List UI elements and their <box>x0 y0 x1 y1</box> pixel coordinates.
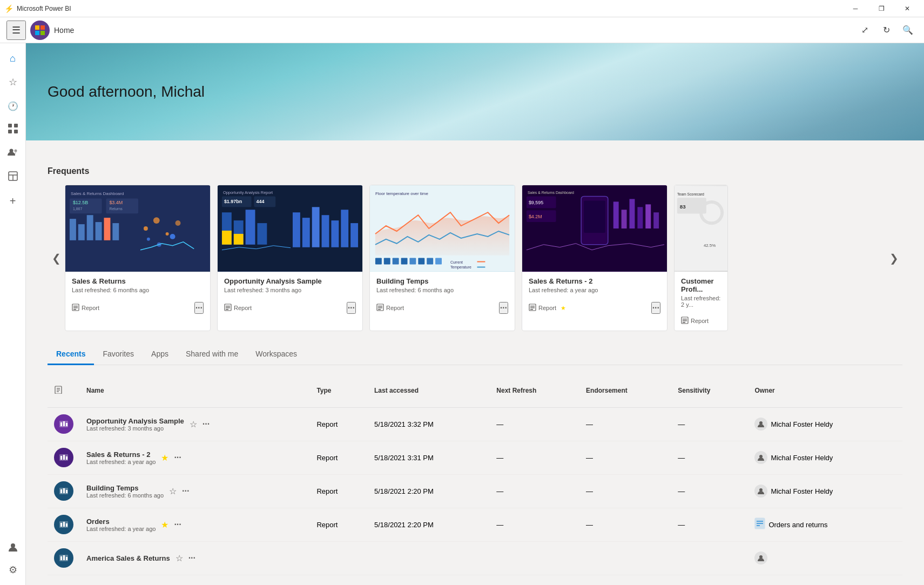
svg-text:Opportunity Analysis Report: Opportunity Analysis Report <box>223 190 273 195</box>
row-4-subtitle: Last refreshed: a year ago <box>86 526 156 532</box>
sidebar-item-workspaces[interactable] <box>2 166 24 188</box>
svg-rect-119 <box>63 455 65 460</box>
sidebar-item-profile[interactable] <box>2 537 24 559</box>
report-card-2[interactable]: Opportunity Analysis Report $1.97bn 444 <box>217 185 363 331</box>
svg-rect-124 <box>63 488 65 493</box>
row-5-name: America Sales & Returns <box>86 554 170 562</box>
sidebar-item-settings[interactable]: ⚙ <box>2 559 24 581</box>
card-1-more-button[interactable]: ··· <box>194 302 204 314</box>
tab-workspaces[interactable]: Workspaces <box>247 344 306 365</box>
col-endorsement: Endorsement <box>579 374 671 407</box>
sidebar-item-recents[interactable]: 🕐 <box>2 95 24 117</box>
report-card-1[interactable]: Sales & Returns Dashboard $12.5B 1,867 $… <box>65 185 211 331</box>
row-4-sensitivity: — <box>671 508 748 541</box>
svg-rect-115 <box>66 423 68 426</box>
close-button[interactable]: ✕ <box>895 0 920 17</box>
row-2-owner: Michal Foster Heldy <box>748 441 902 474</box>
tab-apps[interactable]: Apps <box>143 344 177 365</box>
report-icon-3 <box>376 304 384 312</box>
row-4-star-button[interactable]: ★ <box>161 520 168 530</box>
report-icon-5 <box>681 317 689 325</box>
row-1-name: Opportunity Analysis Sample <box>86 417 184 425</box>
report-card-5[interactable]: Team Scorecard 83 42.5% Customer Profi..… <box>674 185 728 331</box>
cards-container: Sales & Returns Dashboard $12.5B 1,867 $… <box>65 185 885 331</box>
expand-button[interactable]: ⤢ <box>855 21 874 40</box>
sidebar-item-home[interactable]: ⌂ <box>2 48 24 69</box>
row-1-name-cell: Opportunity Analysis Sample Last refresh… <box>80 407 310 441</box>
svg-rect-37 <box>73 307 78 308</box>
row-1-more-button[interactable]: ··· <box>203 419 210 429</box>
search-button[interactable]: 🔍 <box>898 21 918 40</box>
table-row: America Sales & Returns ☆ ··· <box>48 541 902 575</box>
row-2-more-button[interactable]: ··· <box>174 453 181 462</box>
svg-rect-50 <box>234 234 244 245</box>
row-2-owner-name: Michal Foster Heldy <box>771 454 833 462</box>
tab-recents[interactable]: Recents <box>48 344 94 365</box>
report-card-4[interactable]: Sales & Returns Dashboard <box>522 185 667 331</box>
svg-rect-48 <box>257 223 267 245</box>
tab-shared[interactable]: Shared with me <box>177 344 247 365</box>
card-4-footer: Report ★ ··· <box>522 299 667 319</box>
svg-text:$4.2M: $4.2M <box>529 214 542 219</box>
svg-rect-68 <box>409 258 416 265</box>
app-title: Microsoft Power BI <box>17 5 71 12</box>
carousel-next-button[interactable]: ❯ <box>885 204 902 312</box>
minimize-button[interactable]: ─ <box>843 0 868 17</box>
carousel-prev-button[interactable]: ❮ <box>48 204 65 312</box>
sidebar-bottom: ⚙ <box>2 537 24 581</box>
tab-favorites[interactable]: Favorites <box>94 344 143 365</box>
card-1-title: Sales & Returns <box>72 277 204 285</box>
card-4-more-button[interactable]: ··· <box>651 302 660 314</box>
row-3-more-button[interactable]: ··· <box>182 486 189 496</box>
row-3-subtitle: Last refreshed: 6 months ago <box>86 492 164 499</box>
sidebar-item-favorites[interactable]: ☆ <box>2 71 24 93</box>
card-3-title: Building Temps <box>376 277 508 285</box>
column-icon <box>54 388 63 395</box>
svg-rect-36 <box>73 306 78 307</box>
svg-text:Current: Current <box>450 260 463 264</box>
card-4-star: ★ <box>561 305 566 312</box>
hamburger-menu-button[interactable]: ☰ <box>6 21 26 40</box>
sidebar-item-create[interactable]: + <box>2 190 24 212</box>
svg-rect-70 <box>427 258 433 265</box>
card-2-thumbnail: Opportunity Analysis Report $1.97bn 444 <box>218 185 362 272</box>
row-5-star-button[interactable]: ☆ <box>176 553 183 563</box>
report-card-3[interactable]: Floor temperature over time <box>369 185 515 331</box>
svg-rect-55 <box>331 220 339 247</box>
svg-text:$3.4M: $3.4M <box>109 200 123 205</box>
row-1-icon <box>54 414 73 434</box>
row-4-more-button[interactable]: ··· <box>174 520 181 529</box>
row-3-name: Building Temps <box>86 484 164 492</box>
clock-icon: 🕐 <box>8 101 18 111</box>
row-3-owner-name: Michal Foster Heldy <box>771 487 833 495</box>
row-2-star-button[interactable]: ★ <box>161 453 168 463</box>
row-3-star-button[interactable]: ☆ <box>169 486 177 496</box>
card-3-chart: Floor temperature over time <box>370 185 515 272</box>
row-1-star-button[interactable]: ☆ <box>190 419 197 429</box>
grid-icon <box>8 124 18 136</box>
refresh-button[interactable]: ↻ <box>876 21 896 40</box>
row-4-owner-file-icon <box>754 517 765 532</box>
sidebar-item-apps[interactable] <box>2 119 24 140</box>
nav-title: Home <box>54 26 74 35</box>
table-row: Building Temps Last refreshed: 6 months … <box>48 474 902 508</box>
svg-rect-84 <box>613 201 619 228</box>
card-2-more-button[interactable]: ··· <box>347 302 356 314</box>
row-3-endorsement: — <box>579 474 671 508</box>
row-3-sensitivity: — <box>671 474 748 508</box>
frequents-title: Frequents <box>48 166 902 176</box>
table-row: Orders Last refreshed: a year ago ★ ··· … <box>48 508 902 541</box>
restore-button[interactable]: ❐ <box>869 0 894 17</box>
card-4-title: Sales & Returns - 2 <box>529 277 660 285</box>
prev-arrow-icon: ❮ <box>52 252 61 265</box>
sidebar-item-shared[interactable] <box>2 143 24 164</box>
row-5-name-cell: America Sales & Returns ☆ ··· <box>80 541 310 575</box>
card-2-subtitle: Last refreshed: 3 months ago <box>224 287 356 293</box>
card-4-type: Report ★ <box>529 304 566 312</box>
row-5-more-button[interactable]: ··· <box>188 553 195 563</box>
card-2-type: Report <box>224 304 252 312</box>
main-content: Good afternoon, Michal Frequents ❮ <box>26 43 924 585</box>
nav-icons: ⤢ ↻ 🔍 <box>855 21 918 40</box>
card-1-type: Report <box>72 304 99 312</box>
card-3-more-button[interactable]: ··· <box>499 302 508 314</box>
